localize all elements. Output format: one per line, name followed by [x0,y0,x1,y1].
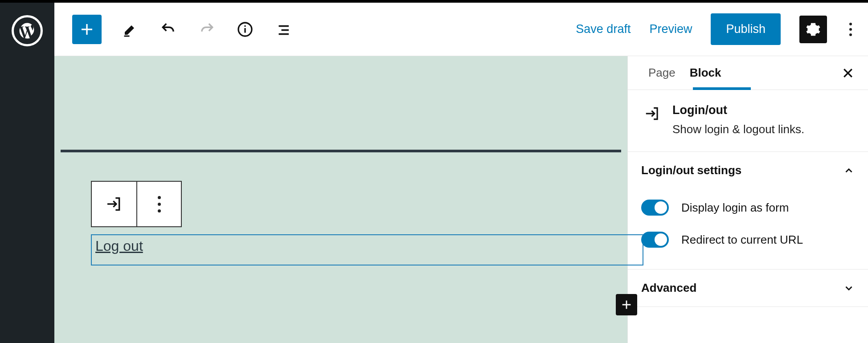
redo-icon [197,20,217,39]
logout-link[interactable]: Log out [95,238,143,254]
svg-point-5 [244,25,246,27]
separator-block [61,150,621,152]
advanced-panel-toggle[interactable]: Advanced [628,270,868,306]
loginout-settings-panel: Login/out settings Display login as form… [628,152,868,270]
redirect-current-url-label: Redirect to current URL [681,233,803,247]
tools-pencil-icon[interactable] [120,20,140,39]
block-type-login-icon[interactable] [92,182,136,226]
redirect-current-url-toggle[interactable] [641,232,669,248]
sidebar-tabs: Page Block [628,56,868,90]
selected-loginout-block[interactable]: Log out [91,234,643,265]
tab-page[interactable]: Page [641,56,683,90]
panel-title: Login/out settings [641,163,741,177]
close-sidebar-button[interactable] [841,66,855,80]
display-login-form-toggle[interactable] [641,200,669,216]
svg-rect-2 [124,35,130,37]
preview-button[interactable]: Preview [649,22,692,36]
block-inserter-button[interactable] [72,15,102,44]
block-more-options-button[interactable] [136,182,181,226]
advanced-panel: Advanced [628,270,868,307]
block-toolbar [91,181,182,227]
panel-title: Advanced [641,281,696,295]
append-block-button[interactable] [616,294,637,315]
display-login-form-label: Display login as form [681,201,789,215]
list-view-icon[interactable] [274,20,293,39]
login-icon [644,105,661,122]
save-draft-button[interactable]: Save draft [576,22,631,36]
loginout-settings-toggle[interactable]: Login/out settings [628,152,868,189]
editor-canvas[interactable]: Log out [54,56,627,343]
undo-icon[interactable] [159,20,178,39]
chevron-down-icon [843,282,855,294]
editor-top-toolbar: Save draft Preview Publish [54,3,868,56]
settings-sidebar: Page Block Login/out Show login & logout… [627,56,868,343]
chevron-up-icon [843,165,855,176]
publish-button[interactable]: Publish [711,13,781,45]
settings-gear-button[interactable] [799,16,827,43]
wp-admin-column [0,3,54,343]
tab-block[interactable]: Block [683,56,729,90]
options-menu-button[interactable] [846,16,856,43]
wp-logo-icon[interactable] [12,15,43,46]
block-title: Login/out [672,103,804,117]
block-description: Show login & logout links. [672,122,804,136]
active-tab-indicator [693,87,751,90]
details-info-icon[interactable] [235,20,255,39]
block-card: Login/out Show login & logout links. [628,90,868,152]
